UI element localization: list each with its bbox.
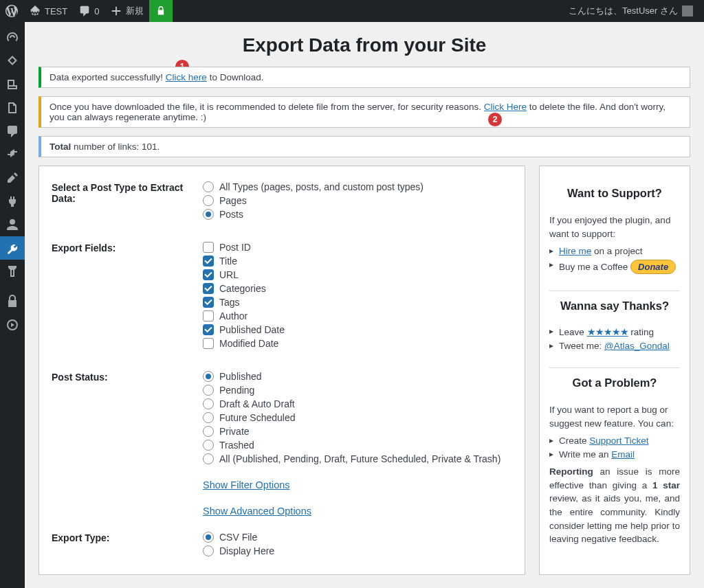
checkbox-input[interactable] — [203, 310, 214, 321]
radio-input[interactable] — [203, 545, 214, 556]
menu-share[interactable] — [0, 143, 25, 166]
checkbox-input[interactable] — [203, 324, 214, 335]
menu-users[interactable] — [0, 213, 25, 236]
wp-logo[interactable] — [0, 0, 23, 22]
new-label: 新規 — [126, 5, 144, 17]
post-type-label: Select a Post Type to Extract Data: — [52, 181, 203, 223]
post-status-option[interactable]: All (Published, Pending, Draft, Future S… — [203, 453, 512, 464]
radio-input[interactable] — [203, 453, 214, 464]
export-type-option[interactable]: CSV File — [203, 532, 512, 543]
problem-item-email: Write me an Email — [549, 449, 680, 460]
show-filter-link[interactable]: Show Filter Options — [203, 479, 290, 490]
post-status-option[interactable]: Draft & Auto Draft — [203, 398, 512, 409]
menu-posts[interactable] — [0, 49, 25, 73]
problem-item-ticket: Create Support Ticket — [549, 436, 680, 446]
export-type-option[interactable]: Display Here — [203, 545, 512, 556]
post-status-option-label: Future Scheduled — [219, 412, 296, 423]
export-field-option-label: Post ID — [219, 242, 251, 253]
menu-plugins[interactable] — [0, 190, 25, 213]
site-name-link[interactable]: TEST — [23, 0, 73, 22]
menu-lock[interactable] — [0, 290, 25, 313]
lock-indicator[interactable] — [149, 0, 173, 22]
radio-input[interactable] — [203, 412, 214, 423]
checkbox-input[interactable] — [203, 256, 214, 267]
export-field-option[interactable]: Modified Date — [203, 338, 512, 349]
thanks-item-tweet: Tweet me: @Atlas_Gondal — [549, 341, 680, 351]
donate-button[interactable]: Donate — [630, 260, 676, 274]
menu-settings[interactable] — [0, 260, 25, 283]
show-advanced-link[interactable]: Show Advanced Options — [203, 506, 311, 517]
problem-title: Got a Problem? — [549, 376, 680, 389]
delete-file-link[interactable]: Click Here — [484, 102, 527, 112]
thanks-item-stars: Leave ★★★★★ rating — [549, 326, 680, 337]
post-type-option[interactable]: Posts — [203, 209, 512, 220]
post-status-option[interactable]: Future Scheduled — [203, 412, 512, 423]
admin-bar: TEST 0 新規 こんにちは、TestUser さん — [0, 0, 704, 22]
radio-input[interactable] — [203, 209, 214, 220]
site-name: TEST — [45, 6, 67, 16]
radio-input[interactable] — [203, 385, 214, 396]
checkbox-input[interactable] — [203, 242, 214, 253]
support-title: Want to Support? — [549, 187, 680, 200]
menu-tools[interactable] — [0, 236, 25, 260]
radio-input[interactable] — [203, 532, 214, 543]
checkbox-input[interactable] — [203, 297, 214, 308]
radio-input[interactable] — [203, 440, 214, 451]
annotation-badge-2: 2 — [487, 112, 503, 127]
download-link[interactable]: Click here — [166, 72, 207, 82]
post-status-option[interactable]: Trashed — [203, 440, 512, 451]
radio-input[interactable] — [203, 181, 214, 192]
post-type-option[interactable]: Pages — [203, 195, 512, 206]
export-field-option[interactable]: Post ID — [203, 242, 512, 253]
tweet-link[interactable]: @Atlas_Gondal — [604, 341, 670, 351]
post-status-option[interactable]: Pending — [203, 385, 512, 396]
export-field-option[interactable]: URL — [203, 269, 512, 280]
post-status-option[interactable]: Private — [203, 426, 512, 437]
radio-input[interactable] — [203, 195, 214, 206]
export-type-option-label: Display Here — [219, 545, 274, 556]
export-field-option[interactable]: Tags — [203, 297, 512, 308]
notice-delete: Once you have downloaded the file, it is… — [38, 96, 690, 128]
menu-comments[interactable] — [0, 120, 25, 143]
export-field-option-label: Title — [219, 256, 237, 267]
new-content-link[interactable]: 新規 — [104, 0, 149, 22]
main-panel: Select a Post Type to Extract Data: All … — [38, 166, 525, 575]
menu-dashboard[interactable] — [0, 26, 25, 49]
radio-input[interactable] — [203, 426, 214, 437]
support-item-hire: Hire me on a project — [549, 246, 680, 256]
hire-me-link[interactable]: Hire me — [559, 246, 591, 256]
export-field-option[interactable]: Author — [203, 310, 512, 321]
checkbox-input[interactable] — [203, 283, 214, 294]
reporting-note: Reporting an issue is more effective tha… — [549, 465, 680, 545]
export-field-option[interactable]: Title — [203, 256, 512, 267]
user-greeting[interactable]: こんにちは、TestUser さん — [563, 0, 698, 22]
post-type-option[interactable]: All Types (pages, posts, and custom post… — [203, 181, 512, 192]
thanks-title: Wanna say Thanks? — [549, 299, 680, 313]
notice-success: Data exported successfully! Click here t… — [38, 67, 690, 88]
menu-pages[interactable] — [0, 96, 25, 120]
email-link[interactable]: Email — [611, 449, 635, 460]
stars-link[interactable]: ★★★★★ — [587, 327, 628, 337]
radio-input[interactable] — [203, 371, 214, 382]
checkbox-input[interactable] — [203, 269, 214, 280]
export-field-option-label: Modified Date — [219, 338, 278, 349]
support-intro: If you enjoyed the plugin, and want to s… — [549, 214, 680, 240]
menu-circle[interactable] — [0, 313, 25, 337]
comments-count: 0 — [94, 6, 99, 16]
notice-total: Total number of links: 101. — [38, 136, 690, 157]
comments-link[interactable]: 0 — [73, 0, 104, 22]
menu-media[interactable] — [0, 73, 25, 96]
menu-appearance[interactable] — [0, 166, 25, 190]
support-ticket-link[interactable]: Support Ticket — [589, 436, 648, 446]
export-field-option-label: Author — [219, 310, 248, 321]
post-type-options: All Types (pages, posts, and custom post… — [203, 181, 512, 223]
export-type-options: CSV FileDisplay Here — [203, 532, 512, 559]
post-status-option-label: Pending — [219, 385, 254, 396]
export-fields-label: Export Fields: — [52, 242, 203, 352]
export-type-option-label: CSV File — [219, 532, 257, 543]
radio-input[interactable] — [203, 398, 214, 409]
export-field-option[interactable]: Categories — [203, 283, 512, 294]
export-field-option[interactable]: Published Date — [203, 324, 512, 335]
checkbox-input[interactable] — [203, 338, 214, 349]
post-status-option[interactable]: Published — [203, 371, 512, 382]
